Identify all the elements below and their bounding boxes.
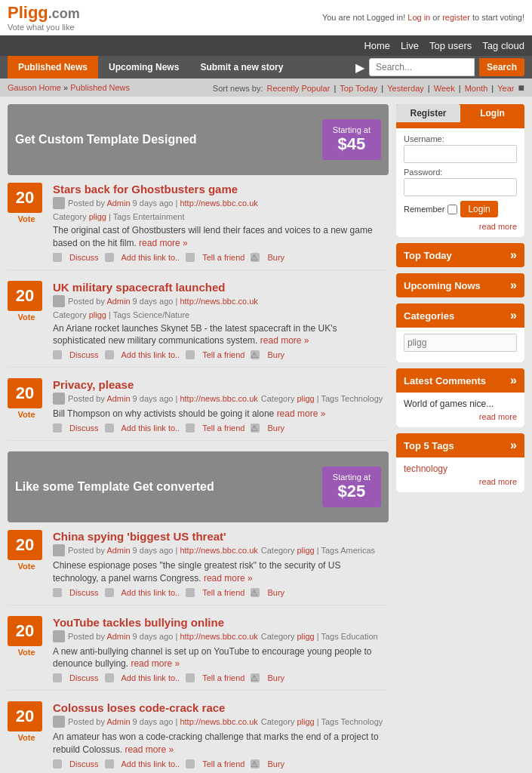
read-more-1[interactable]: read more » bbox=[139, 238, 188, 248]
breadcrumb-home[interactable]: Gauson Home bbox=[8, 83, 61, 92]
add-link-1[interactable]: Add this link to.. bbox=[121, 253, 180, 262]
nav-home[interactable]: Home bbox=[364, 40, 390, 51]
login-submit-btn[interactable]: Login bbox=[460, 201, 497, 217]
author-link-5[interactable]: Admin bbox=[106, 632, 130, 641]
add-link-5[interactable]: Add this link to.. bbox=[121, 673, 180, 682]
source-link-2[interactable]: http://news.bbc.co.uk bbox=[180, 297, 257, 306]
category-link-3[interactable]: pligg bbox=[297, 394, 314, 403]
tag-technology[interactable]: technology bbox=[404, 463, 447, 474]
breadcrumb-section[interactable]: Published News bbox=[70, 83, 130, 92]
story-link-5[interactable]: YouTube tackles bullying online bbox=[53, 616, 224, 629]
category-link-6[interactable]: pligg bbox=[297, 717, 314, 726]
source-link-5[interactable]: http://news.bbc.co.uk bbox=[180, 632, 257, 641]
source-link-1[interactable]: http://news.bbc.co.uk bbox=[180, 199, 257, 208]
read-more-2[interactable]: read more » bbox=[260, 335, 309, 346]
published-news-btn[interactable]: Published News bbox=[8, 56, 98, 79]
register-tab[interactable]: Register bbox=[396, 104, 460, 122]
discuss-link-3[interactable]: Discuss bbox=[69, 423, 99, 433]
story-title-6: Colossus loses code-crack race bbox=[53, 701, 389, 714]
top-today-header[interactable]: Top Today » bbox=[396, 243, 524, 267]
ad-banner-2[interactable]: Like some Template Get converted Startin… bbox=[8, 451, 389, 522]
sort-month[interactable]: Month bbox=[465, 84, 488, 93]
story-link-4[interactable]: China spying 'biggest US threat' bbox=[53, 530, 226, 543]
story-desc-3: Bill Thompson on why activists should be… bbox=[53, 408, 389, 420]
register-link[interactable]: register bbox=[442, 13, 470, 22]
categories-header[interactable]: Categories » bbox=[396, 303, 524, 328]
bury-link-5[interactable]: Bury bbox=[267, 673, 284, 682]
author-link-2[interactable]: Admin bbox=[106, 297, 130, 306]
ad-banner-1[interactable]: Get Custom Template Designed Starting at… bbox=[8, 104, 389, 175]
read-more-4[interactable]: read more » bbox=[204, 573, 253, 584]
nav-top-users[interactable]: Top users bbox=[429, 40, 472, 51]
tags-read-more[interactable]: read more bbox=[404, 477, 517, 486]
login-link[interactable]: Log in bbox=[407, 13, 430, 22]
tell-friend-4[interactable]: Tell a friend bbox=[202, 588, 244, 597]
bury-link-4[interactable]: Bury bbox=[267, 588, 284, 597]
author-link-6[interactable]: Admin bbox=[106, 717, 130, 726]
discuss-link-5[interactable]: Discuss bbox=[69, 673, 99, 682]
comments-read-more[interactable]: read more bbox=[404, 412, 517, 421]
read-more-3[interactable]: read more » bbox=[277, 408, 326, 419]
auth-read-more[interactable]: read more bbox=[404, 222, 517, 231]
category-link-4[interactable]: pligg bbox=[297, 546, 314, 555]
add-link-4[interactable]: Add this link to.. bbox=[121, 588, 180, 597]
login-tab[interactable]: Login bbox=[460, 104, 524, 122]
author-link-3[interactable]: Admin bbox=[106, 394, 130, 403]
source-link-3[interactable]: http://news.bbc.co.uk bbox=[180, 394, 257, 403]
add-link-2[interactable]: Add this link to.. bbox=[121, 350, 180, 359]
vote-btn-4[interactable]: Vote bbox=[8, 562, 45, 571]
discuss-link-2[interactable]: Discuss bbox=[69, 350, 99, 359]
sort-year[interactable]: Year bbox=[497, 84, 514, 93]
upcoming-news-header[interactable]: Upcoming Nows » bbox=[396, 273, 524, 297]
story-link-6[interactable]: Colossus loses code-crack race bbox=[53, 701, 225, 714]
bury-link-2[interactable]: Bury bbox=[267, 350, 284, 359]
discuss-link-6[interactable]: Discuss bbox=[69, 759, 99, 768]
tell-friend-1[interactable]: Tell a friend bbox=[202, 253, 244, 262]
vote-btn-5[interactable]: Vote bbox=[8, 648, 45, 657]
nav-live[interactable]: Live bbox=[401, 40, 419, 51]
sort-recently-popular[interactable]: Recently Popular bbox=[267, 84, 331, 93]
discuss-link-4[interactable]: Discuss bbox=[69, 588, 99, 597]
search-button[interactable]: Search bbox=[479, 58, 524, 76]
remember-checkbox[interactable] bbox=[447, 205, 457, 214]
category-link-5[interactable]: pligg bbox=[297, 632, 314, 641]
tell-friend-5[interactable]: Tell a friend bbox=[202, 673, 244, 682]
tell-friend-2[interactable]: Tell a friend bbox=[202, 350, 244, 359]
story-link-2[interactable]: UK military spacecraft launched bbox=[53, 281, 225, 294]
upcoming-news-btn[interactable]: Upcoming News bbox=[98, 56, 189, 79]
sort-yesterday[interactable]: Yesterday bbox=[387, 84, 424, 93]
read-more-5[interactable]: read more » bbox=[131, 658, 180, 669]
bury-link-3[interactable]: Bury bbox=[267, 423, 284, 433]
top-tags-header[interactable]: Top 5 Tags » bbox=[396, 433, 524, 457]
read-more-6[interactable]: read more » bbox=[125, 744, 174, 755]
category-link-1[interactable]: pligg bbox=[89, 212, 106, 221]
vote-btn-3[interactable]: Vote bbox=[8, 410, 45, 419]
tell-friend-3[interactable]: Tell a friend bbox=[202, 423, 244, 433]
discuss-link-1[interactable]: Discuss bbox=[69, 253, 99, 262]
password-input[interactable] bbox=[404, 178, 517, 196]
source-link-4[interactable]: http://news.bbc.co.uk bbox=[180, 546, 257, 555]
story-4: 20 Vote China spying 'biggest US threat'… bbox=[8, 530, 389, 605]
source-link-6[interactable]: http://news.bbc.co.uk bbox=[180, 717, 257, 726]
tell-friend-6[interactable]: Tell a friend bbox=[202, 759, 244, 768]
search-input[interactable] bbox=[369, 58, 475, 76]
story-link-3[interactable]: Privacy, please bbox=[53, 378, 134, 391]
author-link-4[interactable]: Admin bbox=[106, 546, 130, 555]
story-link-1[interactable]: Stars back for Ghostbusters game bbox=[53, 183, 238, 196]
vote-btn-6[interactable]: Vote bbox=[8, 733, 45, 742]
add-link-6[interactable]: Add this link to.. bbox=[121, 759, 180, 768]
categories-input[interactable] bbox=[404, 334, 517, 352]
username-input[interactable] bbox=[404, 145, 517, 163]
author-link-1[interactable]: Admin bbox=[106, 199, 130, 208]
nav-tag-cloud[interactable]: Tag cloud bbox=[482, 40, 524, 51]
vote-btn-2[interactable]: Vote bbox=[8, 313, 45, 322]
add-link-3[interactable]: Add this link to.. bbox=[121, 423, 180, 433]
latest-comments-header[interactable]: Latest Comments » bbox=[396, 368, 524, 393]
bury-link-6[interactable]: Bury bbox=[267, 759, 284, 768]
sort-top-today[interactable]: Top Today bbox=[340, 84, 377, 93]
bury-link-1[interactable]: Bury bbox=[267, 253, 284, 262]
vote-btn-1[interactable]: Vote bbox=[8, 214, 45, 223]
submit-story-btn[interactable]: Submit a new story bbox=[189, 56, 294, 79]
category-link-2[interactable]: pligg bbox=[89, 310, 106, 319]
sort-week[interactable]: Week bbox=[434, 84, 455, 93]
